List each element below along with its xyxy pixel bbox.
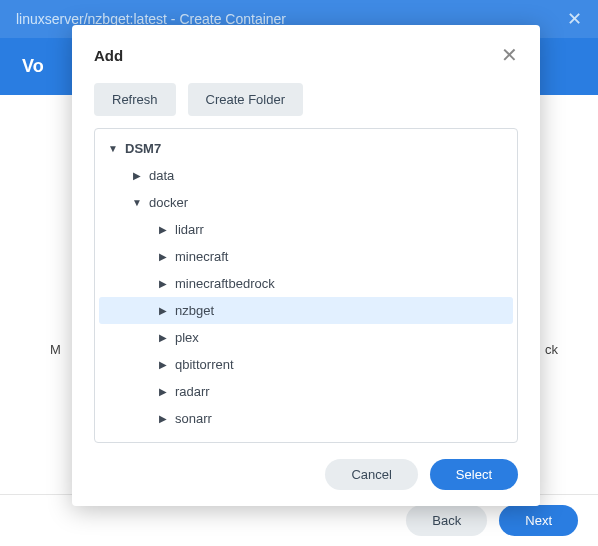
tree-item-label: minecraft — [175, 249, 228, 264]
chevron-right-icon: ▶ — [157, 359, 169, 370]
tree-item-label: vpn — [175, 438, 196, 443]
back-button[interactable]: Back — [406, 505, 487, 536]
modal-toolbar: Refresh Create Folder — [72, 77, 540, 128]
create-folder-button[interactable]: Create Folder — [188, 83, 303, 116]
close-icon[interactable]: ✕ — [501, 45, 518, 65]
chevron-right-icon: ▶ — [157, 278, 169, 289]
chevron-right-icon: ▶ — [157, 386, 169, 397]
tree-item-label: data — [149, 168, 174, 183]
tree-item-data[interactable]: ▶data — [99, 162, 513, 189]
bg-text-right: ck — [545, 342, 558, 357]
chevron-right-icon: ▶ — [157, 440, 169, 443]
tree-item-label: sonarr — [175, 411, 212, 426]
add-modal: Add ✕ Refresh Create Folder ▼ DSM7 ▶data… — [72, 25, 540, 506]
tree-item-label: lidarr — [175, 222, 204, 237]
chevron-right-icon: ▶ — [157, 224, 169, 235]
tree-root-label: DSM7 — [125, 141, 161, 156]
tree-item-lidarr[interactable]: ▶lidarr — [99, 216, 513, 243]
tree-item-minecraft[interactable]: ▶minecraft — [99, 243, 513, 270]
tree-item-label: nzbget — [175, 303, 214, 318]
chevron-right-icon: ▶ — [157, 332, 169, 343]
folder-tree[interactable]: ▼ DSM7 ▶data▼docker▶lidarr▶minecraft▶min… — [94, 128, 518, 443]
tree-item-label: plex — [175, 330, 199, 345]
chevron-right-icon: ▶ — [157, 413, 169, 424]
tree-item-label: radarr — [175, 384, 210, 399]
tree-item-label: qbittorrent — [175, 357, 234, 372]
chevron-down-icon: ▼ — [131, 197, 143, 208]
tree-item-plex[interactable]: ▶plex — [99, 324, 513, 351]
tree-item-sonarr[interactable]: ▶sonarr — [99, 405, 513, 432]
tree-item-docker[interactable]: ▼docker — [99, 189, 513, 216]
chevron-right-icon: ▶ — [157, 251, 169, 262]
modal-header: Add ✕ — [72, 25, 540, 77]
tree-item-qbittorrent[interactable]: ▶qbittorrent — [99, 351, 513, 378]
tree-item-label: minecraftbedrock — [175, 276, 275, 291]
select-button[interactable]: Select — [430, 459, 518, 490]
parent-close-icon[interactable]: ✕ — [567, 8, 582, 30]
next-button[interactable]: Next — [499, 505, 578, 536]
tree-root[interactable]: ▼ DSM7 — [99, 135, 513, 162]
tree-item-minecraftbedrock[interactable]: ▶minecraftbedrock — [99, 270, 513, 297]
cancel-button[interactable]: Cancel — [325, 459, 417, 490]
refresh-button[interactable]: Refresh — [94, 83, 176, 116]
chevron-down-icon: ▼ — [107, 143, 119, 154]
tree-item-nzbget[interactable]: ▶nzbget — [99, 297, 513, 324]
bg-text-left: M — [50, 342, 61, 357]
chevron-right-icon: ▶ — [157, 305, 169, 316]
tree-item-radarr[interactable]: ▶radarr — [99, 378, 513, 405]
modal-footer: Cancel Select — [72, 443, 540, 506]
modal-title: Add — [94, 47, 123, 64]
tree-item-vpn[interactable]: ▶vpn — [99, 432, 513, 443]
chevron-right-icon: ▶ — [131, 170, 143, 181]
tree-item-label: docker — [149, 195, 188, 210]
